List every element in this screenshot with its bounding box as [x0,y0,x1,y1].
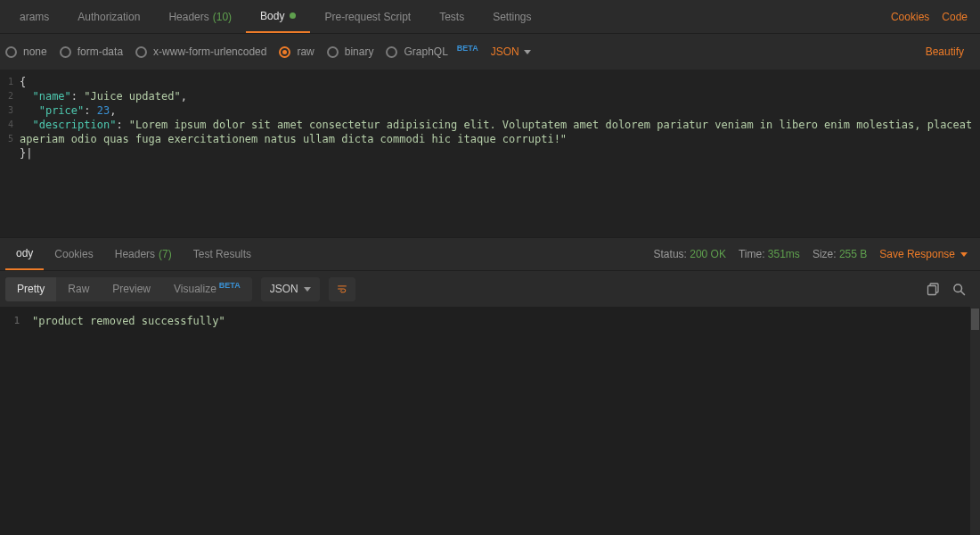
svg-line-3 [961,291,965,294]
body-right: Beautify [926,45,975,58]
view-mode-visualize-label: Visualize [174,283,216,295]
body-format-dropdown[interactable]: JSON [491,45,531,58]
save-response-label: Save Response [879,248,955,260]
code-link[interactable]: Code [942,11,968,23]
response-tab-bar: ody Cookies Headers(7) Test Results Stat… [0,237,980,271]
response-tab-headers[interactable]: Headers(7) [104,238,183,270]
radio-icon [135,46,147,58]
radio-icon [386,46,397,58]
size-label: Size: [813,248,837,260]
response-toolbar-right [927,283,975,296]
body-format-label: JSON [491,45,519,58]
line-number: 5 [0,132,13,146]
body-type-raw[interactable]: raw [279,45,314,58]
view-mode-raw-label: Raw [68,283,89,295]
response-code: "product removed successfully" [27,307,225,535]
cookies-link[interactable]: Cookies [891,11,929,23]
body-type-form-data-label: form-data [78,45,123,58]
view-mode-visualize[interactable]: VisualizeBETA [162,277,252,301]
save-response-button[interactable]: Save Response [879,248,968,260]
response-body-viewer[interactable]: 1 "product removed successfully" [0,307,980,535]
chevron-down-icon [524,50,531,54]
status-value: 200 OK [690,248,726,260]
svg-rect-1 [928,285,936,294]
copy-response-button[interactable] [927,283,940,296]
tab-body-label: Body [260,10,284,22]
editor-gutter: 1 2 3 4 5 [0,70,16,237]
request-tab-bar: arams Authorization Headers (10) Body Pr… [0,0,980,34]
tab-settings[interactable]: Settings [478,0,545,33]
code-key: "description" [32,119,116,131]
radio-icon [5,46,17,58]
view-mode-pretty-label: Pretty [17,283,45,295]
search-response-button[interactable] [952,283,966,296]
beta-badge: BETA [219,281,241,290]
tab-prerequest-label: Pre-request Script [324,11,411,23]
tab-body[interactable]: Body [246,0,310,33]
body-type-form-data[interactable]: form-data [60,45,123,58]
body-type-none[interactable]: none [5,45,47,58]
response-tab-cookies[interactable]: Cookies [44,238,103,270]
tab-authorization-label: Authorization [78,11,140,23]
view-mode-preview[interactable]: Preview [101,277,162,301]
line-number: 1 [0,75,13,89]
time-label: Time: [739,248,765,260]
body-type-urlencoded[interactable]: x-www-form-urlencoded [135,45,266,58]
request-body-editor[interactable]: 1 2 3 4 5 { "name": "Juice updated", "pr… [0,70,980,237]
wrap-lines-button[interactable] [329,277,355,301]
response-string: "product removed successfully" [32,315,225,327]
body-type-row: none form-data x-www-form-urlencoded raw… [0,34,980,70]
response-toolbar: Pretty Raw Preview VisualizeBETA JSON [0,271,980,307]
response-tab-headers-label: Headers [115,248,155,260]
code-string: "Lorem ipsum dolor sit amet consectetur … [20,119,979,145]
response-format-dropdown[interactable]: JSON [261,277,320,301]
beautify-link[interactable]: Beautify [926,45,964,58]
response-tab-headers-count: (7) [159,248,172,260]
editor-code[interactable]: { "name": "Juice updated", "price": 23, … [16,70,980,237]
tab-body-unsaved-dot-icon [290,12,296,19]
view-mode-group: Pretty Raw Preview VisualizeBETA [5,277,252,301]
code-number: 23 [97,104,110,117]
wrap-icon [338,283,347,295]
tab-headers[interactable]: Headers (10) [154,0,246,33]
response-tab-body[interactable]: ody [5,238,44,270]
size-value: 255 B [839,248,867,260]
response-tab-test-results[interactable]: Test Results [183,238,262,270]
view-mode-pretty[interactable]: Pretty [5,277,56,301]
tab-tests[interactable]: Tests [425,0,478,33]
tab-params[interactable]: arams [5,0,63,33]
response-format-label: JSON [270,283,298,295]
radio-icon [279,46,290,58]
tab-tests-label: Tests [439,11,464,23]
view-mode-preview-label: Preview [112,283,151,295]
copy-icon [927,283,940,296]
code-key: "name" [32,90,70,103]
size-label-text: Size: 255 B [813,248,867,260]
tab-headers-count: (10) [213,11,232,23]
body-type-binary[interactable]: binary [327,45,374,58]
response-tab-body-label: ody [16,247,33,259]
request-right-links: Cookies Code [891,11,975,23]
code-token: }| [20,147,32,160]
scrollbar-thumb[interactable] [971,309,979,330]
body-type-graphql[interactable]: GraphQLBETA [386,45,478,58]
body-type-graphql-label: GraphQL [404,45,447,58]
code-key: "price" [39,104,85,117]
response-meta: Status: 200 OK Time: 351ms Size: 255 B [654,248,868,260]
tab-authorization[interactable]: Authorization [63,0,154,33]
tab-headers-label: Headers [168,11,208,23]
code-token: { [20,76,26,88]
response-tab-cookies-label: Cookies [54,248,93,260]
body-type-raw-label: raw [297,45,314,58]
beta-badge: BETA [457,44,478,53]
status-label: Status: [654,248,687,260]
status-label-text: Status: 200 OK [654,248,726,260]
tab-prerequest-script[interactable]: Pre-request Script [310,0,425,33]
code-string: "Juice updated" [84,90,180,103]
tab-params-label: arams [20,11,49,23]
time-value: 351ms [768,248,800,260]
radio-icon [60,46,71,58]
view-mode-raw[interactable]: Raw [56,277,101,301]
scrollbar-track[interactable] [970,307,980,535]
body-type-none-label: none [23,45,47,58]
